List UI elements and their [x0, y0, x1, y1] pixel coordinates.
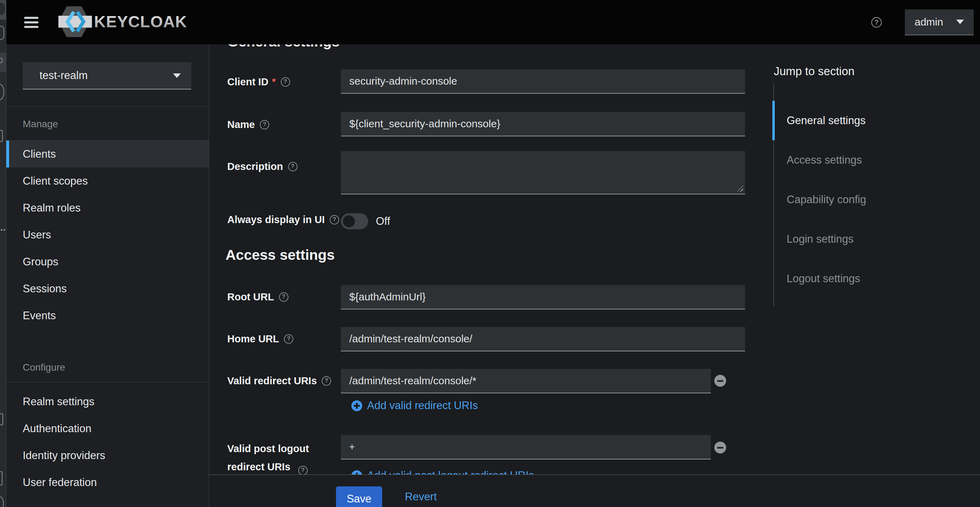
sidebar-item-sessions[interactable]: Sessions: [6, 275, 209, 302]
help-icon[interactable]: ?: [281, 77, 290, 87]
hamburger-menu-icon[interactable]: [24, 17, 38, 28]
sidebar-item-client-scopes[interactable]: Client scopes: [6, 167, 209, 194]
plus-circle-icon: [352, 401, 362, 411]
sidebar-item-user-federation[interactable]: User federation: [6, 469, 209, 496]
client-settings-form: General settings Client ID * ? Name ? De…: [209, 45, 980, 507]
help-icon[interactable]: ?: [279, 292, 288, 302]
sidebar-item-realm-settings[interactable]: Realm settings: [6, 388, 209, 415]
window-edge-artifact: [0, 0, 6, 507]
edge-blob: [0, 3, 5, 15]
description-label: Description ?: [227, 161, 298, 172]
client-id-input[interactable]: [341, 69, 745, 94]
nav-group-manage: Manage: [6, 106, 209, 140]
help-icon[interactable]: ?: [288, 162, 298, 171]
add-redirect-uri-link[interactable]: Add valid redirect URIs: [352, 399, 478, 413]
name-input[interactable]: [341, 112, 745, 137]
required-asterisk: *: [272, 76, 276, 87]
revert-link[interactable]: Revert: [405, 486, 437, 507]
remove-post-logout-uri-button[interactable]: [714, 442, 726, 453]
valid-redirect-uris-input[interactable]: [341, 369, 711, 393]
valid-redirect-uris-label: Valid redirect URIs ?: [227, 375, 331, 386]
remove-redirect-uri-button[interactable]: [714, 375, 726, 387]
client-id-label: Client ID * ?: [227, 76, 290, 87]
toggle-state-label: Off: [376, 215, 390, 227]
edge-fragment-icon: [0, 496, 4, 507]
edge-fragment-icon: [0, 84, 4, 100]
chevron-down-icon: [173, 73, 181, 78]
nav-list-manage: Clients Client scopes Realm roles Users …: [6, 141, 209, 329]
help-icon[interactable]: ?: [298, 466, 308, 475]
keycloak-logo: KEYCLOAK: [58, 5, 188, 40]
help-icon[interactable]: ?: [260, 120, 269, 129]
description-textarea[interactable]: [341, 151, 745, 194]
jump-item-capability-config[interactable]: Capability config: [772, 180, 866, 219]
edge-fragment-icon: [0, 130, 3, 142]
chevron-down-icon: [956, 19, 964, 24]
always-display-label: Always display in UI ?: [227, 215, 339, 225]
edge-dot: [1, 229, 2, 231]
help-icon[interactable]: ?: [284, 334, 293, 344]
form-actions-bar: Save Revert: [209, 475, 980, 507]
sidebar-item-users[interactable]: Users: [6, 221, 209, 248]
jump-item-general-settings[interactable]: General settings: [772, 101, 866, 140]
logo-band: [58, 16, 92, 28]
name-label: Name ?: [227, 119, 269, 130]
nav-list-configure: Realm settings Authentication Identity p…: [6, 388, 209, 496]
nav-group-configure: Configure: [6, 353, 209, 382]
user-menu-label: admin: [915, 16, 943, 28]
realm-selector-value: test-realm: [40, 69, 88, 82]
help-icon[interactable]: ?: [330, 215, 339, 224]
brand-text: KEYCLOAK: [94, 13, 187, 31]
sidebar-item-clients[interactable]: Clients: [6, 141, 209, 167]
jump-item-login-settings[interactable]: Login settings: [772, 219, 866, 259]
user-menu-button[interactable]: admin: [905, 10, 974, 35]
edge-dot: [3, 229, 5, 231]
post-logout-uris-label: Valid post logout redirect URIs ?: [227, 440, 309, 476]
masthead: KEYCLOAK ? admin: [6, 0, 980, 45]
sidebar-item-identity-providers[interactable]: Identity providers: [6, 442, 209, 469]
sidebar-item-events[interactable]: Events: [6, 302, 209, 329]
jump-panel-title: Jump to section: [774, 65, 854, 78]
section-heading-access-settings: Access settings: [226, 246, 334, 264]
home-url-label: Home URL ?: [227, 334, 293, 344]
home-url-input[interactable]: [341, 327, 745, 351]
edge-fragment-icon: [0, 26, 4, 40]
divider: [6, 382, 209, 383]
root-url-input[interactable]: [341, 285, 745, 310]
sidebar-item-groups[interactable]: Groups: [6, 248, 209, 275]
toggle-knob: [343, 215, 355, 227]
edge-fragment-icon: [0, 413, 3, 425]
save-button[interactable]: Save: [336, 486, 382, 507]
root-url-label: Root URL ?: [227, 292, 288, 302]
jump-item-access-settings[interactable]: Access settings: [772, 140, 866, 180]
help-icon[interactable]: ?: [321, 376, 331, 386]
help-icon[interactable]: ?: [871, 17, 882, 28]
jump-item-logout-settings[interactable]: Logout settings: [772, 259, 866, 298]
always-display-toggle[interactable]: [341, 213, 368, 229]
sidebar-item-realm-roles[interactable]: Realm roles: [6, 194, 209, 221]
realm-selector[interactable]: test-realm: [23, 62, 191, 89]
edge-fragment-icon: [0, 471, 2, 485]
jump-to-section-panel: Jump to section General settings Access …: [771, 45, 980, 359]
sidebar: test-realm Manage Clients Client scopes …: [6, 45, 209, 507]
sidebar-item-authentication[interactable]: Authentication: [6, 415, 209, 442]
post-logout-uris-input[interactable]: [341, 435, 711, 459]
